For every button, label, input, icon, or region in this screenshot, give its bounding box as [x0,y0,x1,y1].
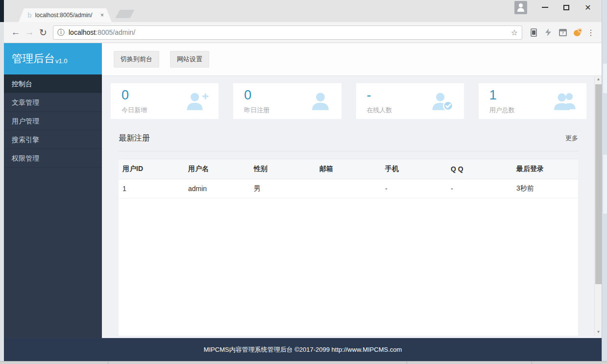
latest-registered-table: 用户ID 用户名 性别 邮箱 手机 Q Q 最后登录 [119,159,578,336]
url-host: localhost [69,28,96,36]
col-last-login: 最后登录 [512,159,578,179]
col-gender: 性别 [250,159,316,179]
col-phone: 手机 [381,159,447,179]
col-email: 邮箱 [316,159,381,179]
background-window-fragment [603,155,607,214]
profile-head-shape [519,3,523,7]
stat-card-yesterday-registered: 0 昨日注册 [233,83,341,119]
background-window-edge [0,0,4,22]
col-username: 用户名 [184,159,250,179]
more-link[interactable]: 更多 [565,134,578,143]
dashboard-content: 0 今日新增 [102,76,602,336]
browser-titlebar: b localhost:8005/admin/ × ✕ [4,0,602,22]
sidebar-item-articles[interactable]: 文章管理 [4,93,102,112]
cell-user-id: 1 [119,179,184,198]
sidebar-menu: 控制台 文章管理 用户管理 搜索引擎 权限管理 [4,74,102,168]
maximize-button[interactable] [556,0,577,15]
device-extension-icon[interactable] [526,25,541,40]
col-user-id: 用户ID [119,159,184,179]
cell-gender: 男 [250,179,316,198]
panel-title: 最新注册 [119,133,150,144]
background-divider [532,362,532,364]
scroll-down-icon[interactable]: ▼ [595,329,602,336]
sidebar-title: 管理后台 [12,51,55,66]
scroll-up-icon[interactable]: ▲ [595,76,602,83]
lightning-extension-icon[interactable] [541,25,556,40]
tab-favicon-icon: b [27,11,32,19]
panel-divider [119,151,578,151]
sidebar-item-users[interactable]: 用户管理 [4,112,102,130]
background-left-sliver [0,0,4,364]
admin-topbar: 切换到前台 网站设置 [102,43,602,76]
users-icon [553,90,578,113]
browser-toolbar: ← → ↻ ⓘ localhost :8005/admin/ ☆ 7 ⋮ [4,22,602,43]
new-tab-button[interactable] [115,10,134,18]
sidebar-version: v1.0 [55,53,68,65]
stat-cards: 0 今日新增 [111,83,586,119]
site-settings-button[interactable]: 网站设置 [170,51,209,68]
sidebar-item-permissions[interactable]: 权限管理 [4,149,102,168]
bird-extension-icon[interactable] [570,25,585,40]
user-icon [308,90,333,113]
address-bar[interactable]: ⓘ localhost :8005/admin/ ☆ [53,25,522,40]
tab-close-icon[interactable]: × [100,12,104,19]
table-row: 1 admin 男 - - 3秒前 [119,179,578,198]
user-plus-icon [185,90,210,113]
scrollbar-thumb[interactable] [595,84,602,284]
stat-card-today-new: 0 今日新增 [111,83,219,119]
browser-window: b localhost:8005/admin/ × ✕ ← → ↻ ⓘ loca… [4,0,602,361]
cell-email [316,179,381,198]
cell-qq: - [447,179,512,198]
admin-footer: MIPCMS内容管理系统管理后台 ©2017-2099 http://www.M… [4,338,602,361]
col-qq: Q Q [447,159,512,179]
background-right-sliver [602,0,607,364]
admin-page: 管理后台 v1.0 控制台 文章管理 用户管理 搜索引擎 权限管理 切换到前台 [4,43,602,361]
page-info-icon[interactable]: ⓘ [57,28,65,37]
background-window-fragment [603,64,607,93]
sidebar-item-console[interactable]: 控制台 [4,74,102,93]
sidebar: 管理后台 v1.0 控制台 文章管理 用户管理 搜索引擎 权限管理 [4,43,102,338]
profile-body-shape [517,8,524,12]
stat-card-total-users: 1 用户总数 [479,83,586,119]
maximize-icon [563,5,569,10]
bookmark-star-icon[interactable]: ☆ [511,28,518,37]
table-header-row: 用户ID 用户名 性别 邮箱 手机 Q Q 最后登录 [119,159,578,179]
tab-title: localhost:8005/admin/ [35,12,97,19]
close-button[interactable]: ✕ [577,0,599,15]
background-bottom-strip [0,361,607,364]
minimize-icon [542,7,548,8]
forward-icon: → [23,27,36,38]
minimize-button[interactable] [534,0,556,15]
back-icon[interactable]: ← [9,27,23,38]
stat-card-online-users: - 在线人数 [356,83,464,119]
cell-last-login: 3秒前 [512,179,578,198]
profile-icon[interactable] [514,1,527,14]
window-controls: ✕ [534,0,599,15]
screen: b localhost:8005/admin/ × ✕ ← → ↻ ⓘ loca… [0,0,607,364]
latest-registered-panel-header: 最新注册 更多 [119,131,578,145]
footer-text: MIPCMS内容管理系统管理后台 ©2017-2099 http://www.M… [204,345,402,354]
main-area: 切换到前台 网站设置 0 今日新增 [102,43,602,338]
refresh-icon[interactable]: ↻ [36,27,50,38]
background-divider [407,362,407,364]
calendar-extension-icon[interactable]: 7 [556,25,570,40]
sidebar-item-search-engine[interactable]: 搜索引擎 [4,130,102,149]
page-scrollbar[interactable]: ▲ ▼ [594,76,602,336]
url-path: :8005/admin/ [96,28,135,36]
browser-menu-icon[interactable]: ⋮ [585,28,597,37]
sidebar-header: 管理后台 v1.0 [4,43,102,74]
browser-tab[interactable]: b localhost:8005/admin/ × [19,8,112,22]
user-check-icon [431,90,455,113]
cell-phone: - [381,179,447,198]
switch-to-frontend-button[interactable]: 切换到前台 [114,51,159,68]
background-divider [108,362,108,364]
cell-username: admin [184,179,250,198]
